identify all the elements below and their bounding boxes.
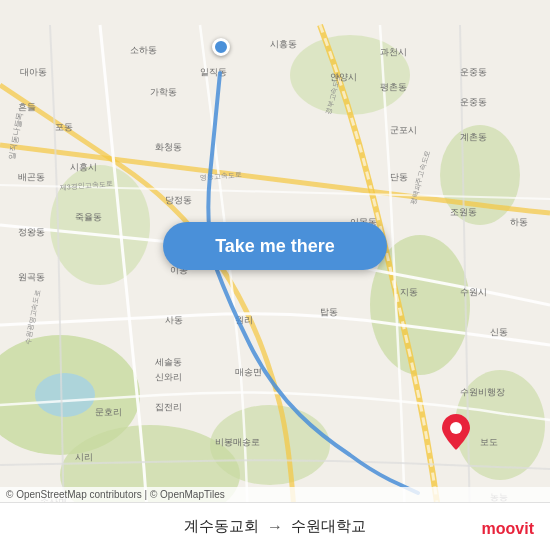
svg-text:하동: 하동 [510,217,528,227]
origin-marker [212,38,230,56]
svg-text:포동: 포동 [55,122,73,132]
svg-text:평촌동: 평촌동 [380,82,407,92]
svg-text:집전리: 집전리 [155,402,182,412]
svg-text:배곤동: 배곤동 [18,172,45,182]
svg-text:운중동: 운중동 [460,67,487,77]
svg-text:대아동: 대아동 [20,67,47,77]
svg-point-9 [35,373,95,417]
svg-text:시흥시: 시흥시 [70,162,97,172]
svg-text:군포시: 군포시 [390,125,417,135]
svg-text:지동: 지동 [400,287,418,297]
svg-text:과천시: 과천시 [380,47,407,57]
svg-text:세솔동: 세솔동 [155,357,182,367]
svg-text:비봉매송로: 비봉매송로 [215,437,260,447]
svg-text:사동: 사동 [165,315,183,325]
svg-text:문호리: 문호리 [95,407,122,417]
take-me-there-button[interactable]: Take me there [163,222,387,270]
svg-text:신동: 신동 [490,327,508,337]
svg-text:안양시: 안양시 [330,72,357,82]
destination-label: 수원대학교 [291,517,366,536]
svg-text:흔들: 흔들 [18,102,36,112]
svg-text:수원비행장: 수원비행장 [460,387,505,397]
svg-text:당정동: 당정동 [165,195,192,205]
svg-text:조원동: 조원동 [450,207,477,217]
moovit-logo: moovit [482,520,534,538]
svg-text:가학동: 가학동 [150,87,177,97]
svg-point-59 [450,422,462,434]
svg-text:계촌동: 계촌동 [460,132,487,142]
svg-text:매송면: 매송면 [235,367,262,377]
svg-text:정왕동: 정왕동 [18,227,45,237]
map-background: 일직동나들목 경부고속도로 제3경인고속도로 영동고속도로 수원광명고속도로 평… [0,0,550,550]
svg-text:소하동: 소하동 [130,45,157,55]
svg-text:죽율동: 죽율동 [75,212,102,222]
svg-text:단동: 단동 [390,172,408,182]
svg-text:시리: 시리 [75,452,93,462]
route-arrow: → [267,518,283,536]
destination-marker [442,414,470,450]
svg-text:화청동: 화청동 [155,142,182,152]
svg-text:수원시: 수원시 [460,287,487,297]
svg-text:운중동: 운중동 [460,97,487,107]
svg-text:일직동: 일직동 [200,67,227,77]
svg-text:탑동: 탑동 [320,307,338,317]
svg-text:신와리: 신와리 [155,372,182,382]
svg-text:시흥동: 시흥동 [270,39,297,49]
route-info: 계수동교회 → 수원대학교 [184,517,366,536]
bottom-bar: 계수동교회 → 수원대학교 moovit [0,502,550,550]
origin-label: 계수동교회 [184,517,259,536]
map-container: 일직동나들목 경부고속도로 제3경인고속도로 영동고속도로 수원광명고속도로 평… [0,0,550,550]
map-attribution: © OpenStreetMap contributors | © OpenMap… [0,487,550,502]
svg-text:보도: 보도 [480,437,498,447]
svg-text:원곡동: 원곡동 [18,272,45,282]
